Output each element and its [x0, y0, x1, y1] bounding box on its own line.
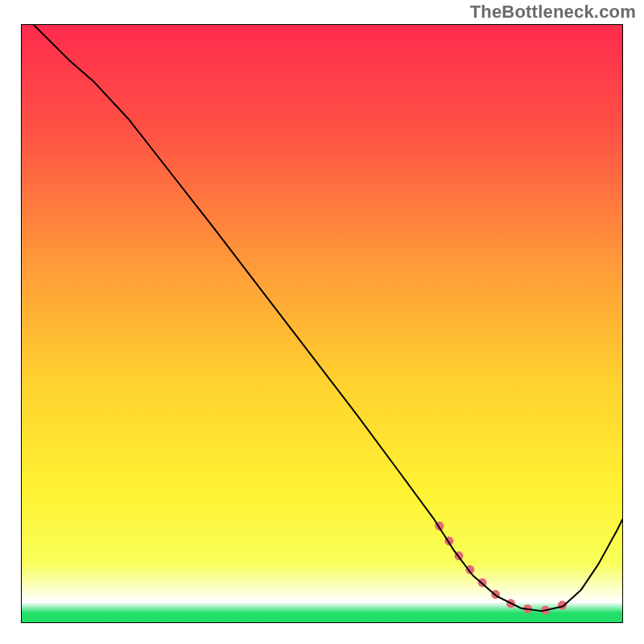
gradient-background — [21, 24, 623, 623]
bottleneck-chart — [0, 0, 644, 644]
chart-frame: TheBottleneck.com — [0, 0, 644, 644]
